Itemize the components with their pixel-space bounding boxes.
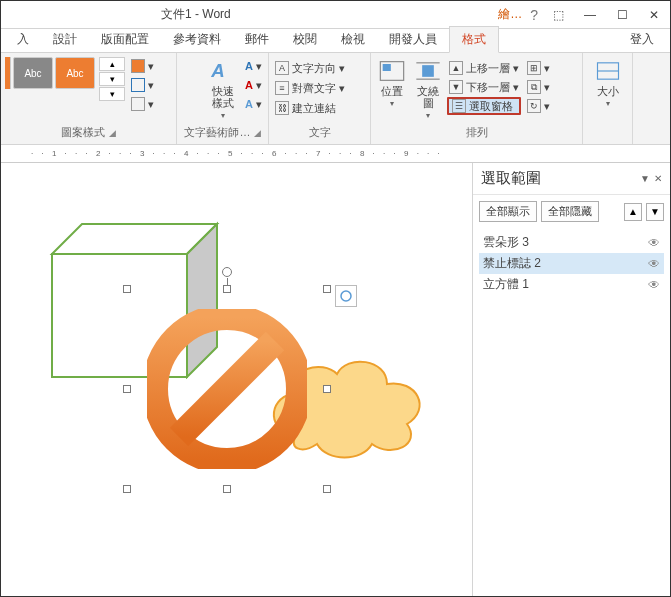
group-text-label: 文字 <box>273 125 366 142</box>
resize-handle[interactable] <box>323 385 331 393</box>
resize-handle[interactable] <box>123 485 131 493</box>
selection-item-no-symbol[interactable]: 禁止標誌 2👁 <box>479 253 664 274</box>
resize-handle[interactable] <box>123 385 131 393</box>
svg-text:A: A <box>210 60 224 81</box>
svg-line-12 <box>179 341 275 437</box>
help-icon[interactable]: ? <box>530 7 538 23</box>
tab-design[interactable]: 設計 <box>41 27 89 52</box>
quick-styles-button[interactable]: A 快速樣式 ▾ <box>206 57 240 122</box>
svg-rect-2 <box>383 64 391 71</box>
resize-handle[interactable] <box>223 485 231 493</box>
tab-developer[interactable]: 開發人員 <box>377 27 449 52</box>
dialog-launcher-icon[interactable]: ◢ <box>254 128 261 138</box>
resize-handle[interactable] <box>323 285 331 293</box>
tab-insert[interactable]: 入 <box>5 27 41 52</box>
svg-rect-3 <box>422 65 434 77</box>
dialog-launcher-icon[interactable]: ◢ <box>109 128 116 138</box>
text-effects-button[interactable]: A▾ <box>243 95 264 113</box>
gallery-down-icon[interactable]: ▾ <box>99 72 125 86</box>
selection-pane-button[interactable]: ☰選取窗格 <box>447 97 521 115</box>
text-direction-button[interactable]: A文字方向 ▾ <box>273 59 347 77</box>
document-title: 文件1 - Word <box>161 6 231 23</box>
group-shape-styles-label: 圖案樣式 <box>61 126 105 138</box>
selection-item-cube[interactable]: 立方體 1👁 <box>479 274 664 295</box>
wrap-text-button[interactable]: 文繞圖▾ <box>411 57 445 122</box>
close-button[interactable]: ✕ <box>638 1 670 29</box>
shape-style-orange[interactable]: Abc <box>55 57 95 89</box>
minimize-button[interactable]: ― <box>574 1 606 29</box>
move-down-button[interactable]: ▼ <box>646 203 664 221</box>
show-all-button[interactable]: 全部顯示 <box>479 201 537 222</box>
document-canvas[interactable] <box>1 163 472 596</box>
rotate-button[interactable]: ↻▾ <box>525 97 552 115</box>
group-arrange-label: 排列 <box>375 125 578 142</box>
maximize-button[interactable]: ☐ <box>606 1 638 29</box>
shape-outline-button[interactable]: ▾ <box>129 76 156 94</box>
rotate-handle-icon[interactable] <box>222 267 232 277</box>
shape-no-symbol[interactable] <box>127 289 327 489</box>
ribbon: Abc Abc ▴ ▾ ▾ ▾ ▾ ▾ 圖案樣式 ◢ A 快速樣式 ▾ A▾ <box>1 53 670 145</box>
selection-pane-title: 選取範圍 <box>481 169 636 188</box>
position-button[interactable]: 位置▾ <box>375 57 409 110</box>
tab-layout[interactable]: 版面配置 <box>89 27 161 52</box>
resize-handle[interactable] <box>123 285 131 293</box>
align-button[interactable]: ⊞▾ <box>525 59 552 77</box>
group-wordart-label: 文字藝術師… <box>184 126 250 138</box>
visibility-toggle-icon[interactable]: 👁 <box>648 236 660 250</box>
selection-item-cloud[interactable]: 雲朵形 3👁 <box>479 232 664 253</box>
tab-view[interactable]: 檢視 <box>329 27 377 52</box>
layout-options-icon[interactable] <box>335 285 357 307</box>
gallery-more-icon[interactable]: ▾ <box>99 87 125 101</box>
text-outline-button[interactable]: A▾ <box>243 76 264 94</box>
tab-references[interactable]: 參考資料 <box>161 27 233 52</box>
ribbon-display-options-icon[interactable]: ⬚ <box>542 1 574 29</box>
login-link[interactable]: 登入 <box>622 27 662 52</box>
tab-review[interactable]: 校閱 <box>281 27 329 52</box>
resize-handle[interactable] <box>323 485 331 493</box>
horizontal-ruler[interactable]: · · 1 · · · 2 · · · 3 · · · 4 · · · 5 · … <box>1 145 670 163</box>
visibility-toggle-icon[interactable]: 👁 <box>648 257 660 271</box>
send-backward-button[interactable]: ▼下移一層 ▾ <box>447 78 521 96</box>
hide-all-button[interactable]: 全部隱藏 <box>541 201 599 222</box>
visibility-toggle-icon[interactable]: 👁 <box>648 278 660 292</box>
text-fill-button[interactable]: A▾ <box>243 57 264 75</box>
shape-style-gray[interactable]: Abc <box>13 57 53 89</box>
create-link-button[interactable]: ⛓建立連結 <box>273 99 338 117</box>
pane-dropdown-icon[interactable]: ▼ <box>640 173 650 184</box>
shape-fill-button[interactable]: ▾ <box>129 57 156 75</box>
group-button[interactable]: ⧉▾ <box>525 78 552 96</box>
pane-close-icon[interactable]: ✕ <box>654 173 662 184</box>
shape-effects-button[interactable]: ▾ <box>129 95 156 113</box>
tab-format[interactable]: 格式 <box>449 26 499 53</box>
resize-handle[interactable] <box>223 285 231 293</box>
gallery-up-icon[interactable]: ▴ <box>99 57 125 71</box>
ribbon-tabs: 入 設計 版面配置 參考資料 郵件 校閱 檢視 開發人員 格式 登入 <box>1 29 670 53</box>
bring-forward-button[interactable]: ▲上移一層 ▾ <box>447 59 521 77</box>
tab-mailings[interactable]: 郵件 <box>233 27 281 52</box>
move-up-button[interactable]: ▲ <box>624 203 642 221</box>
selection-pane: 選取範圍 ▼ ✕ 全部顯示 全部隱藏 ▲ ▼ 雲朵形 3👁 禁止標誌 2👁 立方… <box>472 163 670 596</box>
contextual-tab-label: 繪… <box>498 6 522 23</box>
size-button[interactable]: 大小▾ <box>591 57 625 110</box>
align-text-button[interactable]: ≡對齊文字 ▾ <box>273 79 347 97</box>
